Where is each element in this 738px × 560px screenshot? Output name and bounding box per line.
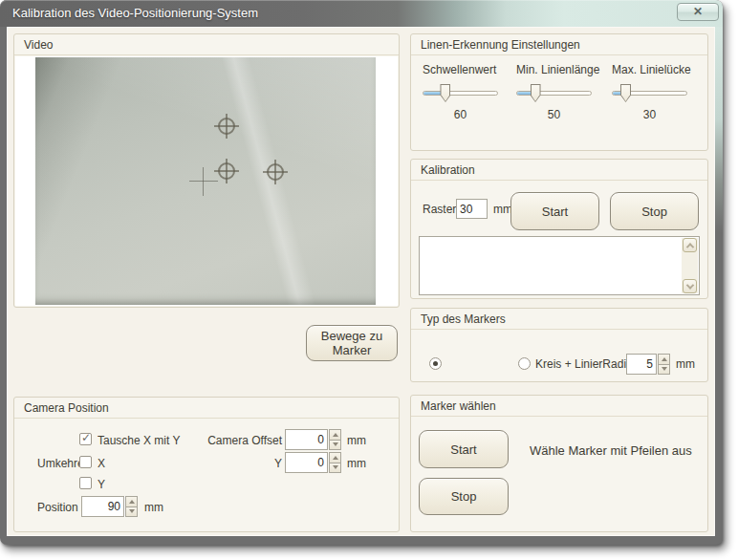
plain-marker-radio[interactable]: [429, 357, 442, 370]
calibration-marker: [263, 160, 288, 184]
calibration-title: Kalibration: [411, 160, 707, 181]
title-bar: Kalibration des Video-Positionierung-Sys…: [0, 0, 723, 27]
calibration-group: Kalibration Raster: mm Start Stop: [410, 159, 708, 299]
camera-video-feed: [35, 57, 376, 305]
chevron-down-icon: [685, 281, 693, 289]
window-right-edge: [715, 27, 723, 232]
spin-up-icon: [662, 357, 667, 361]
swap-xy-checkbox[interactable]: ✓: [79, 433, 92, 445]
marker-select-start-button[interactable]: Start: [419, 430, 509, 468]
camera-position-group: Camera Position ✓ Tausche X mit Y Camera…: [13, 397, 400, 532]
position-z-spin-down-button[interactable]: [125, 506, 138, 518]
camera-position-title: Camera Position: [14, 398, 399, 419]
video-group: Video: [13, 33, 400, 308]
video-group-title: Video: [14, 34, 399, 55]
crosshair-marker: [189, 167, 218, 196]
scroll-down-button[interactable]: [683, 279, 697, 293]
offset-spin-down-button[interactable]: [329, 440, 341, 451]
marker-select-title: Marker wählen: [411, 396, 707, 417]
dialog-client-area: Video: [7, 27, 715, 536]
raster-label: Raster:: [423, 203, 460, 216]
slider-thumb[interactable]: [531, 84, 541, 102]
invert-x-checkbox[interactable]: [79, 456, 92, 468]
marker-select-hint: Wähle Marker mit Pfeilen aus: [530, 443, 692, 458]
marker-select-group: Marker wählen Start Wähle Marker mit Pfe…: [410, 395, 708, 532]
offset-y-spinner: 0: [285, 452, 341, 473]
chevron-up-icon: [685, 243, 693, 250]
invert-x-label: X: [98, 457, 105, 470]
move-to-marker-button[interactable]: Bewege zu Marker: [306, 325, 398, 361]
raster-unit-label: mm: [493, 203, 512, 216]
close-icon: ✕: [693, 5, 703, 18]
invert-y-label: Y: [98, 478, 105, 491]
line-detection-group: Linen-Erkennung Einstellungen Schwellenw…: [410, 33, 708, 151]
calibration-marker: [214, 114, 239, 139]
circle-marker-label: Kreis + LinierRadius: [535, 357, 639, 371]
position-z-input[interactable]: 90: [81, 496, 124, 517]
slider-thumb[interactable]: [440, 84, 450, 102]
video-canvas: [15, 56, 398, 306]
spin-up-icon: [333, 456, 338, 460]
camera-offset-spinner: 0: [285, 429, 341, 450]
circle-marker-radio[interactable]: [518, 357, 531, 370]
marker-type-title: Typ des Markers: [411, 309, 707, 330]
calibration-log-listbox[interactable]: [419, 236, 700, 295]
scroll-up-button[interactable]: [683, 238, 697, 252]
window-title: Kalibration des Video-Positionierung-Sys…: [12, 6, 258, 20]
spin-down-icon: [129, 509, 135, 513]
threshold-label: Schwellenwert: [423, 63, 518, 76]
min-line-length-slider[interactable]: [516, 84, 592, 102]
max-line-gap-label: Max. Linielücke: [612, 63, 707, 76]
invert-y-checkbox[interactable]: [79, 477, 92, 489]
threshold-slider-column: Schwellenwert 60: [423, 63, 518, 121]
marker-select-stop-button[interactable]: Stop: [419, 478, 509, 515]
spin-down-icon: [662, 367, 667, 371]
marker-select-stop-label: Stop: [451, 489, 477, 504]
listbox-scrollbar[interactable]: [682, 238, 698, 293]
spin-up-icon: [129, 500, 135, 504]
raster-input[interactable]: [456, 199, 488, 219]
camera-offset-label: Camera Offset: [186, 434, 282, 447]
dialog-window: Kalibration des Video-Positionierung-Sys…: [0, 0, 723, 545]
calibration-start-label: Start: [542, 205, 568, 219]
radius-spin-down-button[interactable]: [658, 364, 670, 376]
radius-spinner: 5: [626, 354, 670, 375]
line-detection-title: Linen-Erkennung Einstellungen: [411, 34, 707, 55]
max-line-gap-column: Max. Linielücke 30: [612, 63, 707, 121]
calibration-start-button[interactable]: Start: [510, 192, 599, 230]
marker-type-group: Typ des Markers Kreis + LinierRadius 5 m…: [410, 308, 708, 382]
max-line-gap-value: 30: [612, 108, 687, 121]
offset-y-spin-down-button[interactable]: [329, 463, 341, 474]
threshold-value: 60: [423, 108, 498, 121]
offset-y-input[interactable]: 0: [285, 452, 328, 473]
position-z-spinner: 90: [81, 496, 138, 517]
position-z-unit: mm: [144, 501, 163, 514]
marker-select-start-label: Start: [450, 442, 476, 457]
camera-offset-unit: mm: [347, 434, 366, 447]
calibration-stop-button[interactable]: Stop: [610, 192, 699, 230]
swap-xy-label: Tausche X mit Y: [98, 434, 180, 447]
move-to-marker-label: Bewege zu Marker: [307, 329, 397, 357]
max-line-gap-slider[interactable]: [612, 84, 687, 102]
radius-input[interactable]: 5: [626, 354, 657, 375]
camera-offset-input[interactable]: 0: [285, 429, 328, 450]
spin-up-icon: [333, 433, 338, 437]
close-button[interactable]: ✕: [677, 3, 719, 21]
offset-y-label: Y: [186, 457, 282, 470]
offset-y-unit: mm: [347, 457, 366, 470]
spin-down-icon: [333, 465, 338, 469]
min-line-length-column: Min. Linienlänge 50: [516, 63, 612, 121]
min-line-length-value: 50: [516, 108, 592, 121]
min-line-length-label: Min. Linienlänge: [516, 63, 612, 76]
check-icon: ✓: [81, 431, 91, 444]
threshold-slider[interactable]: [423, 84, 498, 102]
slider-thumb[interactable]: [620, 84, 631, 102]
spin-down-icon: [333, 442, 338, 446]
calibration-stop-label: Stop: [641, 205, 667, 219]
radius-unit-label: mm: [676, 357, 695, 371]
radio-selected-dot: [433, 361, 438, 366]
